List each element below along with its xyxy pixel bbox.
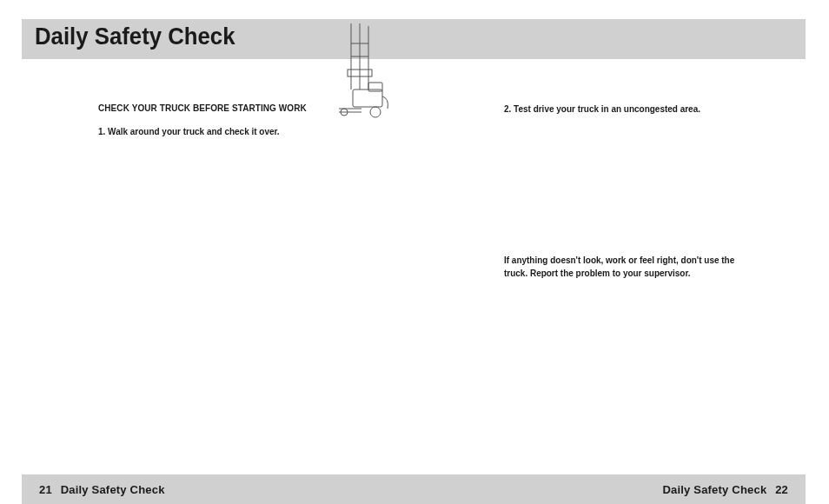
step-2: 2. Test drive your truck in an uncongest… (504, 103, 735, 115)
document-spread: Daily Safety Check (0, 0, 829, 504)
forklift-stacker-icon (334, 22, 395, 122)
svg-rect-6 (353, 90, 382, 107)
page-number-right: 22 (775, 483, 788, 496)
left-column: CHECK YOUR TRUCK BEFORE STARTING WORK 1.… (98, 103, 342, 137)
footer-label-right: Daily Safety Check (662, 483, 766, 496)
footer-band: 21 Daily Safety Check Daily Safety Check… (22, 474, 806, 504)
right-column: 2. Test drive your truck in an uncongest… (504, 103, 747, 280)
section-subheading: CHECK YOUR TRUCK BEFORE STARTING WORK (98, 103, 329, 113)
footer-right: Daily Safety Check 22 (662, 483, 793, 496)
page-title: Daily Safety Check (35, 23, 235, 50)
page-number-left: 21 (39, 483, 52, 496)
warning-text: If anything doesn't look, work or feel r… (504, 254, 735, 279)
svg-point-11 (370, 107, 381, 117)
step-1: 1. Walk around your truck and check it o… (98, 125, 329, 137)
footer-label-left: Daily Safety Check (61, 483, 165, 496)
footer-left: 21 Daily Safety Check (34, 483, 165, 496)
